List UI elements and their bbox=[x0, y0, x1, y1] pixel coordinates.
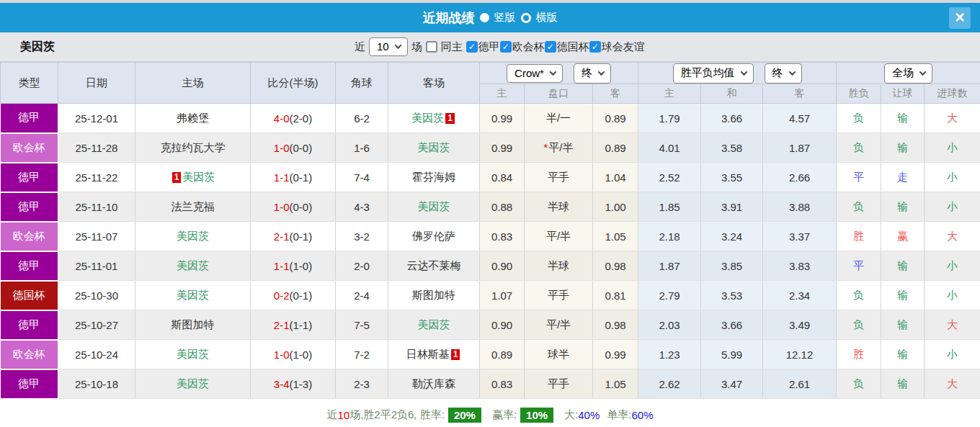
away-team-cell: 美因茨 bbox=[388, 310, 480, 340]
subcol-give: 让球 bbox=[881, 84, 925, 104]
avg-draw-cell: 3.55 bbox=[701, 163, 763, 192]
league-checkbox[interactable]: ✓ bbox=[545, 41, 556, 53]
match-row: 德甲25-10-27斯图加特2-1(1-1)7-5美因茨0.90平/半0.982… bbox=[1, 310, 980, 340]
chevron-down-icon bbox=[394, 42, 401, 49]
subcol-avg-draw: 和 bbox=[701, 84, 763, 104]
away-team-cell: 日林斯基1 bbox=[388, 340, 480, 369]
vertical-layout-radio[interactable] bbox=[480, 13, 489, 22]
avg-time-value: 终 bbox=[772, 66, 783, 80]
league-label: 德国杯 bbox=[557, 40, 589, 54]
col-header-away: 客场 bbox=[388, 63, 480, 104]
avg-draw-cell: 3.91 bbox=[701, 192, 763, 222]
away-team-cell: 勒沃库森 bbox=[388, 369, 480, 399]
goals-cell: 小 bbox=[925, 251, 980, 281]
match-row: 德甲25-12-01弗赖堡4-0(2-0)6-2美因茨10.99半/一0.891… bbox=[1, 104, 980, 133]
result-cell: 负 bbox=[837, 104, 881, 133]
odds-away-cell: 0.99 bbox=[593, 340, 638, 369]
handicap-result-cell: 输 bbox=[881, 310, 925, 340]
team-name: 美因茨 bbox=[20, 40, 55, 55]
summary-text: 场,胜2平2负6, 胜率: bbox=[349, 408, 445, 421]
col-header-date: 日期 bbox=[58, 63, 135, 104]
avg-type-select[interactable]: 胜平负均值 bbox=[673, 63, 754, 84]
single-rate-label: 单率: bbox=[607, 408, 631, 421]
odds-away-cell: 0.98 bbox=[593, 310, 638, 340]
league-checkbox[interactable]: ✓ bbox=[589, 41, 601, 53]
horizontal-layout-radio[interactable] bbox=[521, 13, 531, 23]
avg-away-cell: 2.61 bbox=[763, 369, 837, 399]
corner-cell: 2-4 bbox=[336, 281, 388, 310]
date-cell: 25-11-07 bbox=[58, 222, 135, 251]
date-cell: 25-11-10 bbox=[58, 192, 135, 222]
avg-away-cell: 3.49 bbox=[763, 310, 837, 340]
date-cell: 25-12-01 bbox=[58, 104, 135, 133]
col-header-home: 主场 bbox=[135, 63, 251, 104]
horizontal-layout-label[interactable]: 横版 bbox=[536, 11, 558, 24]
win-rate-badge: 20% bbox=[448, 408, 481, 423]
odds-home-cell: 0.99 bbox=[480, 133, 525, 163]
away-team-cell: 美因茨 bbox=[388, 133, 480, 163]
score-cell: 0-2(0-1) bbox=[251, 281, 336, 310]
result-cell: 负 bbox=[837, 192, 881, 222]
score-cell: 1-0(1-0) bbox=[251, 340, 336, 369]
avg-home-cell: 2.79 bbox=[638, 281, 701, 310]
match-row: 欧会杯25-11-28克拉约瓦大学1-0(0-0)1-6美因茨0.99*平/半0… bbox=[1, 133, 980, 163]
chevron-down-icon bbox=[549, 68, 556, 76]
result-scope-select[interactable]: 全场 bbox=[884, 63, 932, 84]
subcol-avg-home: 主 bbox=[638, 84, 701, 104]
odds-time-select[interactable]: 终 bbox=[574, 63, 611, 84]
handicap-result-cell: 输 bbox=[881, 251, 925, 281]
score-cell: 3-4(1-3) bbox=[251, 369, 336, 399]
league-checkbox[interactable]: ✓ bbox=[466, 41, 478, 53]
goals-cell: 小 bbox=[925, 192, 980, 222]
odds-company-select[interactable]: Crow* bbox=[507, 64, 563, 83]
league-type-cell: 德国杯 bbox=[1, 281, 58, 310]
corner-cell: 3-2 bbox=[336, 222, 388, 251]
avg-home-cell: 1.85 bbox=[638, 192, 701, 222]
chevron-down-icon bbox=[788, 68, 796, 76]
odds-home-cell: 0.83 bbox=[480, 222, 525, 251]
avg-time-select[interactable]: 终 bbox=[765, 63, 802, 84]
date-cell: 25-11-22 bbox=[58, 163, 135, 192]
handicap-cell: 平/半 bbox=[525, 310, 593, 340]
goals-cell: 小 bbox=[925, 163, 980, 192]
corner-cell: 2-3 bbox=[336, 369, 388, 399]
chevron-down-icon bbox=[919, 68, 927, 76]
close-icon[interactable]: × bbox=[949, 7, 971, 29]
league-type-cell: 德甲 bbox=[1, 163, 58, 192]
subcol-odds-away: 客 bbox=[593, 84, 638, 104]
odds-home-cell: 0.89 bbox=[480, 340, 525, 369]
filters: 近 10 场 同主 ✓ 德甲 ✓ 欧会杯 ✓ 德国杯 ✓ 球会友谊 bbox=[351, 37, 645, 56]
home-team-cell: 1美因茨 bbox=[135, 163, 251, 192]
avg-draw-cell: 5.99 bbox=[701, 340, 763, 369]
home-team-cell: 美因茨 bbox=[135, 222, 251, 251]
col-header-corner: 角球 bbox=[336, 63, 388, 104]
single-rate-value: 60% bbox=[631, 409, 653, 421]
home-team-cell: 美因茨 bbox=[135, 369, 251, 399]
handicap-result-cell: 赢 bbox=[881, 222, 925, 251]
league-checkbox[interactable]: ✓ bbox=[500, 41, 512, 53]
avg-away-cell: 1.87 bbox=[763, 133, 837, 163]
corner-cell: 7-5 bbox=[336, 310, 388, 340]
avg-away-cell: 12.12 bbox=[763, 340, 837, 369]
handicap-cell: 平手 bbox=[525, 281, 593, 310]
league-type-cell: 德甲 bbox=[1, 104, 58, 133]
league-type-cell: 德甲 bbox=[1, 192, 58, 222]
titlebar: 近期战绩 竖版 横版 × bbox=[0, 3, 980, 32]
avg-home-cell: 1.23 bbox=[638, 340, 701, 369]
match-count-select[interactable]: 10 bbox=[369, 37, 408, 56]
col-header-type: 类型 bbox=[1, 63, 58, 104]
same-home-checkbox[interactable] bbox=[426, 41, 437, 53]
avg-away-cell: 3.37 bbox=[763, 222, 837, 251]
corner-cell: 1-6 bbox=[336, 133, 388, 163]
league-filter-dejia: ✓ 德甲 bbox=[466, 40, 500, 54]
avg-draw-cell: 3.85 bbox=[701, 251, 763, 281]
vertical-layout-label[interactable]: 竖版 bbox=[494, 11, 516, 24]
score-cell: 1-0(0-0) bbox=[251, 133, 336, 163]
date-cell: 25-11-28 bbox=[58, 133, 135, 163]
date-cell: 25-10-18 bbox=[58, 369, 135, 399]
result-cell: 平 bbox=[837, 163, 881, 192]
big-rate-label: 大: bbox=[564, 408, 578, 421]
home-team-cell: 法兰克福 bbox=[135, 192, 251, 222]
odds-home-cell: 0.99 bbox=[480, 104, 525, 133]
handicap-cell: 半球 bbox=[525, 192, 593, 222]
